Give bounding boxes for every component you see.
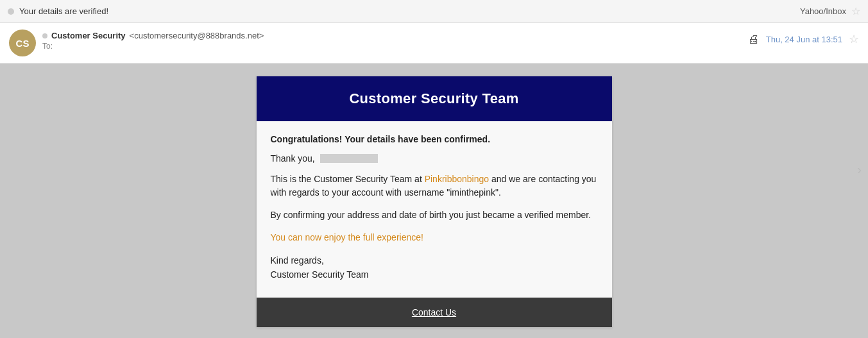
- thank-you-text: Thank you,: [271, 153, 315, 164]
- email-card-body: Congratulations! Your details have been …: [257, 121, 612, 298]
- email-timestamp: Thu, 24 Jun at 13:51: [766, 35, 842, 44]
- congrats-line: Congratulations! Your details have been …: [271, 134, 598, 144]
- top-star-icon[interactable]: ☆: [851, 5, 860, 17]
- top-bar-right: Yahoo/Inbox ☆: [800, 5, 860, 17]
- email-card-footer: Contact Us: [257, 298, 612, 327]
- sender-name-row: Customer Security <customersecurity@888b…: [42, 31, 264, 40]
- closing-line2: Customer Security Team: [271, 267, 598, 282]
- thank-you-line: Thank you,: [271, 153, 598, 164]
- sender-name: Customer Security: [51, 31, 126, 40]
- email-header-right: 🖨 Thu, 24 Jun at 13:51 ☆: [748, 30, 859, 46]
- sender-email: <customersecurity@888brands.net>: [130, 31, 264, 40]
- body-paragraph-1: This is the Customer Security Team at Pi…: [271, 173, 598, 199]
- to-label: To:: [42, 42, 264, 51]
- mailbox-label: Yahoo/Inbox: [800, 6, 846, 16]
- sender-dot-icon: [42, 33, 47, 38]
- main-content: Customer Security Team Congratulations! …: [0, 63, 868, 338]
- closing-section: Kind regards, Customer Security Team: [271, 253, 598, 282]
- body-paragraph-2: By confirming your address and date of b…: [271, 208, 598, 222]
- status-dot-icon: [8, 8, 14, 15]
- email-card-title: Customer Security Team: [349, 90, 518, 106]
- email-card-header: Customer Security Team: [257, 76, 612, 121]
- email-subject: Your details are verified!: [19, 6, 108, 16]
- email-header-left: CS Customer Security <customersecurity@8…: [9, 30, 264, 56]
- avatar: CS: [9, 30, 36, 56]
- contact-us-link[interactable]: Contact Us: [412, 307, 456, 317]
- top-bar: Your details are verified! Yahoo/Inbox ☆: [0, 0, 868, 23]
- top-bar-left: Your details are verified!: [8, 6, 108, 16]
- redacted-name-block: [320, 154, 378, 163]
- para1-prefix: This is the Customer Security Team at: [271, 174, 425, 184]
- para1-brand: Pinkribbonbingo: [425, 174, 489, 184]
- sender-info: Customer Security <customersecurity@888b…: [42, 30, 264, 51]
- closing-line1: Kind regards,: [271, 253, 598, 267]
- print-icon[interactable]: 🖨: [748, 33, 760, 46]
- header-star-icon[interactable]: ☆: [849, 32, 859, 46]
- email-card: Customer Security Team Congratulations! …: [257, 76, 612, 327]
- email-header: CS Customer Security <customersecurity@8…: [0, 23, 868, 63]
- highlight-line: You can now enjoy the full experience!: [271, 231, 598, 244]
- next-email-arrow[interactable]: ›: [857, 162, 862, 176]
